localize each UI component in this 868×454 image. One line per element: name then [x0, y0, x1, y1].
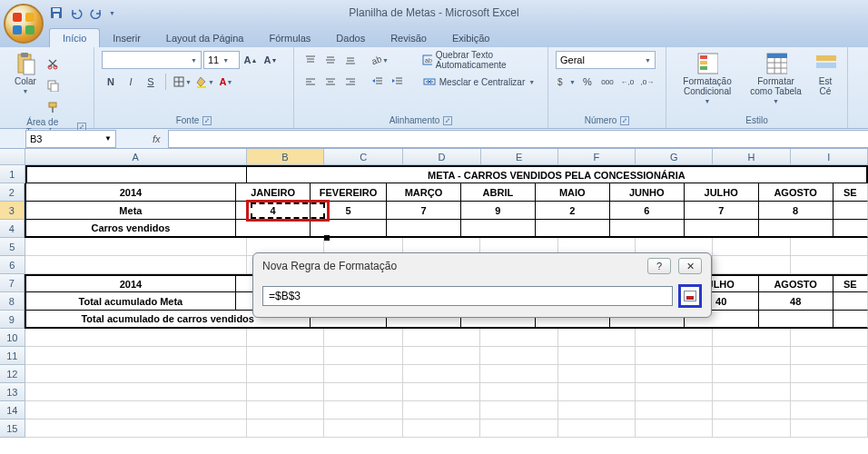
cell[interactable] — [247, 329, 324, 347]
copy-button[interactable] — [44, 76, 62, 94]
comma-button[interactable]: 000 — [598, 73, 616, 91]
formula-bar[interactable] — [168, 130, 868, 148]
cell[interactable] — [236, 220, 311, 238]
increase-decimal-button[interactable]: ←,0 — [618, 73, 636, 91]
cell[interactable] — [387, 220, 461, 238]
table1-year[interactable]: 2014 — [25, 183, 237, 202]
cell[interactable] — [324, 329, 403, 347]
meta-label[interactable]: Meta — [25, 202, 237, 220]
meta-jul[interactable]: 7 — [685, 202, 759, 220]
cell[interactable] — [558, 401, 636, 419]
number-expand-icon[interactable]: ⤢ — [620, 116, 629, 125]
cell[interactable] — [713, 256, 790, 274]
table2-year[interactable]: 2014 — [25, 274, 237, 292]
meta-jan[interactable]: 4 — [236, 202, 311, 220]
col-header-b[interactable]: B — [247, 149, 324, 164]
office-button[interactable] — [4, 4, 44, 44]
alignment-expand-icon[interactable]: ⤢ — [443, 116, 452, 125]
font-family-combo[interactable]: ▼ — [102, 51, 202, 69]
align-middle-button[interactable] — [321, 51, 340, 69]
cell[interactable] — [461, 220, 536, 238]
month-abr[interactable]: ABRIL — [461, 183, 536, 202]
cell[interactable] — [403, 329, 480, 347]
row-header-9[interactable]: 9 — [0, 311, 25, 329]
cell[interactable] — [324, 365, 403, 383]
row-header-10[interactable]: 10 — [0, 329, 25, 347]
expand-dialog-button[interactable] — [678, 284, 702, 308]
t2-month-set[interactable]: SE — [833, 274, 868, 292]
cell[interactable] — [685, 220, 759, 238]
decrease-indent-button[interactable] — [369, 73, 387, 91]
cell[interactable] — [25, 329, 247, 347]
cell[interactable] — [480, 329, 557, 347]
currency-button[interactable]: $▼ — [556, 73, 577, 91]
cell[interactable] — [247, 401, 324, 419]
col-header-a[interactable]: A — [25, 149, 247, 164]
cell[interactable] — [636, 401, 713, 419]
cell[interactable] — [324, 401, 403, 419]
decrease-decimal-button[interactable]: ,0→ — [638, 73, 656, 91]
cell[interactable] — [558, 365, 636, 383]
cell[interactable] — [247, 365, 324, 383]
cell[interactable] — [558, 347, 636, 365]
meta-ago[interactable]: 8 — [759, 202, 833, 220]
cell[interactable] — [403, 383, 480, 401]
cell[interactable] — [558, 383, 636, 401]
align-bottom-button[interactable] — [341, 51, 360, 69]
cell-styles-button[interactable]: Est Cé — [811, 51, 840, 98]
cell[interactable] — [558, 419, 636, 438]
cell[interactable] — [311, 220, 387, 238]
row-header-5[interactable]: 5 — [0, 238, 25, 256]
cell[interactable] — [25, 256, 247, 274]
col-header-d[interactable]: D — [403, 149, 480, 164]
cell[interactable] — [759, 220, 833, 238]
cell[interactable] — [558, 329, 636, 347]
row-header-7[interactable]: 7 — [0, 274, 25, 292]
meta-abr[interactable]: 9 — [461, 202, 536, 220]
month-jul[interactable]: JULHO — [685, 183, 759, 202]
tab-inicio[interactable]: Início — [49, 28, 100, 47]
cell[interactable] — [833, 220, 868, 238]
row-header-14[interactable]: 14 — [0, 401, 25, 419]
cell[interactable] — [636, 419, 713, 438]
col-header-e[interactable]: E — [481, 149, 558, 164]
dialog-close-button[interactable]: ✕ — [678, 258, 702, 274]
cell[interactable] — [25, 383, 247, 401]
font-expand-icon[interactable]: ⤢ — [202, 116, 212, 125]
cell[interactable] — [833, 311, 868, 329]
cell[interactable] — [713, 419, 790, 438]
row-header-12[interactable]: 12 — [0, 365, 25, 383]
cell[interactable] — [324, 347, 403, 365]
tab-revisao[interactable]: Revisão — [378, 29, 439, 47]
row-header-4[interactable]: 4 — [0, 220, 25, 238]
cell[interactable] — [636, 329, 713, 347]
tab-formulas[interactable]: Fórmulas — [257, 29, 324, 47]
cell[interactable] — [759, 311, 833, 329]
month-mar[interactable]: MARÇO — [387, 183, 461, 202]
wrap-text-button[interactable]: ab Quebrar Texto Automaticamente — [418, 51, 540, 69]
borders-button[interactable]: ▼ — [172, 73, 192, 91]
grow-font-button[interactable]: A▲ — [242, 51, 260, 69]
cell[interactable] — [713, 347, 790, 365]
col-header-f[interactable]: F — [558, 149, 636, 164]
cell[interactable] — [480, 419, 557, 438]
orientation-button[interactable]: ab▼ — [369, 51, 390, 69]
cell[interactable] — [25, 347, 247, 365]
row-header-13[interactable]: 13 — [0, 383, 25, 401]
col-header-i[interactable]: I — [791, 149, 868, 164]
paste-button[interactable]: Colar ▼ — [11, 51, 40, 96]
month-set[interactable]: SE — [833, 183, 868, 202]
col-header-g[interactable]: G — [636, 149, 713, 164]
t2-month-ago[interactable]: AGOSTO — [759, 274, 833, 292]
name-box[interactable]: B3▼ — [25, 130, 116, 148]
select-all-corner[interactable] — [0, 149, 25, 164]
cell[interactable] — [480, 401, 557, 419]
col-header-c[interactable]: C — [324, 149, 403, 164]
cell[interactable] — [610, 220, 685, 238]
cell[interactable] — [403, 419, 480, 438]
month-ago[interactable]: AGOSTO — [759, 183, 833, 202]
fill-color-button[interactable]: ▼ — [194, 73, 215, 91]
cell[interactable] — [25, 419, 247, 438]
row-header-2[interactable]: 2 — [0, 183, 25, 202]
meta-mai[interactable]: 2 — [536, 202, 610, 220]
